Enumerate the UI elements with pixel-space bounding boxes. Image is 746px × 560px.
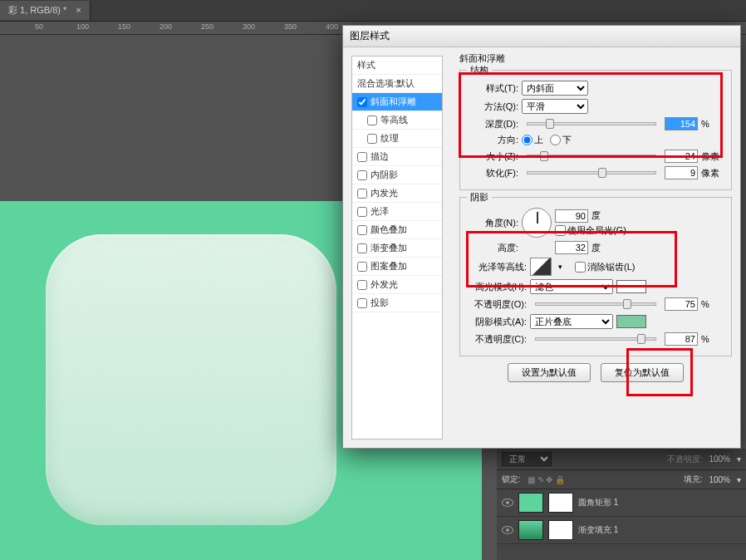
style-gradient-overlay[interactable]: 渐变叠加 (352, 239, 442, 258)
structure-group: 结构 样式(T): 内斜面 方法(Q): 平滑 深度(D): % 方向: (459, 70, 732, 190)
opacity-label: 不透明度: (667, 454, 703, 465)
highlight-mode-select[interactable]: 滤色 (530, 279, 613, 294)
layer-style-dialog: 图层样式 样式 混合选项:默认 斜面和浮雕 等高线 纹理 描边 内阴影 内发光 … (342, 25, 741, 449)
gloss-contour-picker[interactable] (530, 258, 552, 276)
depth-input[interactable] (665, 117, 698, 130)
bevel-checkbox[interactable] (357, 97, 367, 107)
make-default-button[interactable]: 设置为默认值 (508, 363, 591, 382)
settings-pane: 斜面和浮雕 结构 样式(T): 内斜面 方法(Q): 平滑 深度(D): % (451, 47, 740, 448)
size-label: 大小(Z): (467, 150, 518, 163)
document-tab[interactable]: 彩 1, RGB/8) * × (0, 1, 91, 20)
angle-dial[interactable] (522, 208, 552, 238)
soften-unit: 像素 (701, 167, 724, 179)
style-drop-shadow[interactable]: 投影 (352, 294, 442, 312)
layer-mask-thumbnail[interactable] (548, 520, 573, 540)
lock-label: 锁定: (502, 474, 521, 485)
eye-icon[interactable] (502, 526, 513, 534)
outer-glow-checkbox[interactable] (357, 280, 367, 290)
fill-label: 填充: (684, 474, 703, 485)
shadow-color-swatch[interactable] (616, 315, 646, 328)
size-input[interactable] (665, 150, 698, 163)
style-bevel[interactable]: 斜面和浮雕 (352, 93, 442, 111)
highlight-opacity-label: 不透明度(O): (467, 298, 527, 311)
method-select[interactable]: 平滑 (522, 99, 588, 114)
layer-name: 圆角矩形 1 (578, 497, 618, 508)
panel-title: 斜面和浮雕 (459, 52, 732, 65)
drop-shadow-checkbox[interactable] (357, 298, 367, 308)
highlight-color-swatch[interactable] (616, 280, 646, 293)
style-select[interactable]: 内斜面 (522, 81, 588, 96)
chevron-down-icon[interactable]: ▾ (737, 475, 741, 484)
texture-checkbox[interactable] (367, 134, 377, 144)
style-contour[interactable]: 等高线 (352, 111, 442, 130)
opacity-value[interactable]: 100% (709, 454, 730, 464)
style-list: 样式 混合选项:默认 斜面和浮雕 等高线 纹理 描边 内阴影 内发光 光泽 颜色… (351, 56, 443, 440)
shadow-mode-label: 阴影模式(A): (467, 316, 527, 328)
layer-name: 渐变填充 1 (578, 524, 618, 536)
layer-row[interactable]: 渐变填充 1 (497, 517, 746, 544)
soften-input[interactable] (665, 166, 698, 179)
highlight-opacity-input[interactable] (665, 297, 698, 311)
layer-thumbnail[interactable] (518, 520, 543, 540)
layer-thumbnail[interactable] (518, 493, 543, 513)
shadow-opacity-slider[interactable] (535, 337, 656, 341)
reset-default-button[interactable]: 复位为默认值 (601, 363, 684, 382)
chevron-down-icon[interactable]: ▾ (555, 263, 565, 271)
method-label: 方法(Q): (467, 101, 518, 113)
angle-unit: 度 (591, 209, 615, 222)
lock-icons[interactable]: ▦ ✎ ✥ 🔒 (528, 475, 565, 484)
style-list-header-styles[interactable]: 样式 (352, 56, 442, 75)
layer-row[interactable]: 圆角矩形 1 (497, 489, 746, 517)
style-texture[interactable]: 纹理 (352, 130, 442, 148)
blend-mode-select[interactable]: 正常 (502, 452, 552, 466)
depth-unit: % (701, 119, 724, 129)
inner-glow-checkbox[interactable] (357, 189, 367, 199)
dialog-title[interactable]: 图层样式 (343, 26, 740, 47)
style-inner-shadow[interactable]: 内阴影 (352, 166, 442, 184)
style-outer-glow[interactable]: 外发光 (352, 276, 442, 294)
direction-up-radio[interactable]: 上 (522, 134, 543, 146)
gradient-overlay-checkbox[interactable] (357, 243, 367, 253)
fill-value[interactable]: 100% (709, 475, 730, 484)
gloss-contour-label: 光泽等高线: (467, 261, 527, 273)
depth-slider[interactable] (527, 122, 656, 125)
size-unit: 像素 (701, 150, 724, 163)
chevron-down-icon[interactable]: ▾ (737, 454, 741, 464)
soften-slider[interactable] (527, 171, 656, 174)
layers-panel: 正常 不透明度: 100% ▾ 锁定: ▦ ✎ ✥ 🔒 填充: 100% ▾ 圆… (497, 449, 746, 560)
highlight-opacity-slider[interactable] (535, 302, 656, 306)
altitude-unit: 度 (591, 242, 615, 254)
style-satin[interactable]: 光泽 (352, 203, 442, 221)
structure-title: 结构 (467, 64, 492, 76)
shading-title: 阴影 (467, 191, 492, 204)
style-list-header-blend[interactable]: 混合选项:默认 (352, 75, 442, 93)
inner-shadow-checkbox[interactable] (357, 170, 367, 180)
style-color-overlay[interactable]: 颜色叠加 (352, 221, 442, 239)
angle-input[interactable] (555, 209, 588, 223)
close-icon[interactable]: × (76, 5, 81, 15)
antialias-checkbox[interactable]: 消除锯齿(L) (575, 261, 635, 273)
shadow-opacity-input[interactable] (665, 332, 698, 346)
stroke-checkbox[interactable] (357, 152, 367, 162)
pattern-overlay-checkbox[interactable] (357, 262, 367, 272)
eye-icon[interactable] (502, 499, 513, 507)
rounded-rectangle-shape[interactable] (46, 234, 336, 525)
style-stroke[interactable]: 描边 (352, 148, 442, 166)
shadow-mode-select[interactable]: 正片叠底 (530, 314, 613, 329)
global-light-checkbox[interactable]: 使用全局光(G) (555, 224, 626, 237)
depth-label: 深度(D): (467, 118, 518, 130)
style-inner-glow[interactable]: 内发光 (352, 184, 442, 203)
altitude-input[interactable] (555, 241, 588, 254)
highlight-opacity-unit: % (701, 299, 724, 309)
satin-checkbox[interactable] (357, 207, 367, 217)
direction-label: 方向: (467, 134, 518, 146)
angle-label: 角度(N): (467, 217, 518, 229)
direction-down-radio[interactable]: 下 (550, 134, 572, 146)
layer-mask-thumbnail[interactable] (548, 493, 573, 513)
highlight-mode-label: 高光模式(H): (467, 281, 527, 293)
color-overlay-checkbox[interactable] (357, 225, 367, 235)
style-pattern-overlay[interactable]: 图案叠加 (352, 258, 442, 276)
shading-group: 阴影 角度(N): 度 使用全局光(G) 高度: (459, 197, 732, 356)
contour-checkbox[interactable] (367, 115, 377, 125)
size-slider[interactable] (527, 155, 656, 158)
